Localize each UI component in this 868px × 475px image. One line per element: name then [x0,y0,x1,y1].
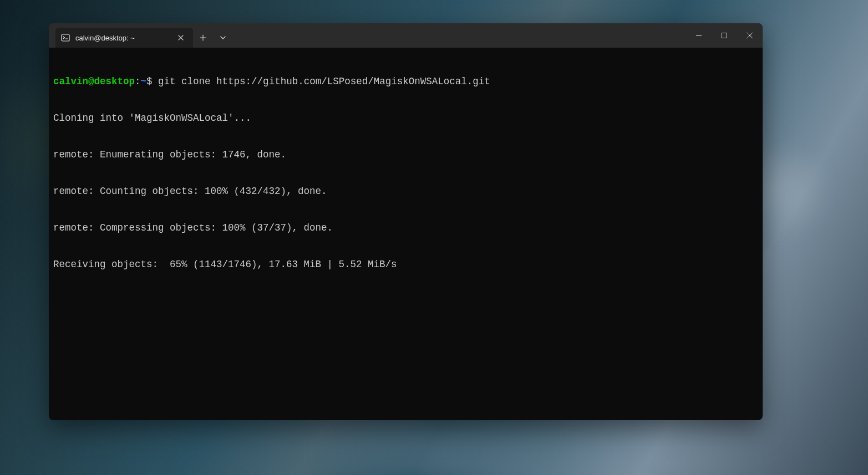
output-line: Cloning into 'MagiskOnWSALocal'... [53,112,758,124]
tab-strip: calvin@desktop: ~ [49,23,233,48]
prompt-user-host: calvin@desktop [53,76,135,87]
window-controls [686,23,763,48]
svg-rect-1 [722,33,727,38]
terminal-viewport[interactable]: calvin@desktop:~$ git clone https://gith… [49,48,763,420]
tab-close-button[interactable] [174,31,187,44]
tab-title: calvin@desktop: ~ [75,34,169,42]
output-line: remote: Compressing objects: 100% (37/37… [53,222,758,234]
tab-dropdown-button[interactable] [213,28,233,48]
svg-rect-0 [62,34,69,41]
minimize-button[interactable] [686,23,712,48]
maximize-button[interactable] [712,23,737,48]
tab-active[interactable]: calvin@desktop: ~ [55,28,193,48]
titlebar-drag-region[interactable] [233,23,686,48]
output-line: remote: Counting objects: 100% (432/432)… [53,185,758,197]
prompt-colon: : [135,76,141,87]
prompt-path: ~ [141,76,147,87]
terminal-icon [61,33,70,42]
output-line: remote: Enumerating objects: 1746, done. [53,149,758,161]
terminal-window: calvin@desktop: ~ [49,23,763,420]
close-button[interactable] [737,23,763,48]
prompt-line: calvin@desktop:~$ git clone https://gith… [53,75,758,88]
new-tab-button[interactable] [193,28,213,48]
prompt-symbol: $ [146,76,153,87]
command-text: git clone https://github.com/LSPosed/Mag… [158,76,490,87]
output-line: Receiving objects: 65% (1143/1746), 17.6… [53,258,758,270]
titlebar[interactable]: calvin@desktop: ~ [49,23,763,48]
